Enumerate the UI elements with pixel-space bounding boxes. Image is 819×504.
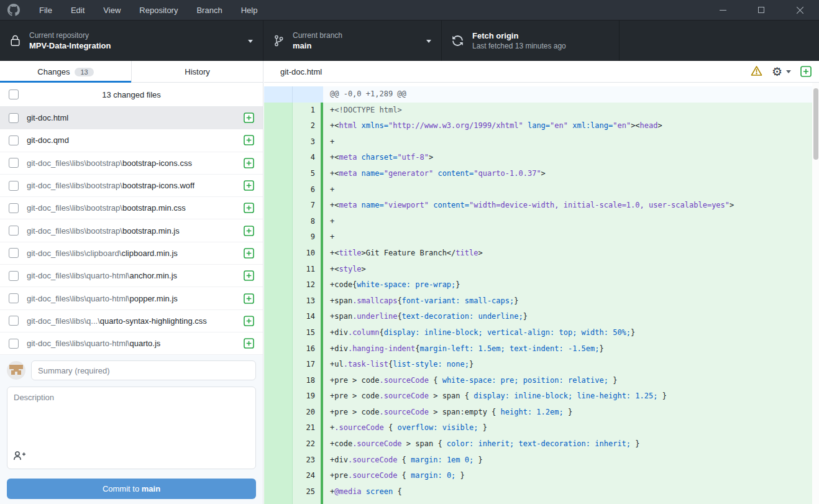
code-line: +<!DOCTYPE html> — [323, 103, 819, 119]
file-checkbox[interactable] — [9, 339, 19, 349]
select-all-checkbox[interactable] — [9, 89, 19, 99]
diff-line[interactable]: 21+.sourceCode { overflow: visible; } — [264, 420, 819, 436]
menu-item-help[interactable]: Help — [232, 0, 267, 20]
diff-line[interactable]: 5+<meta name="generator" content="quarto… — [264, 166, 819, 182]
diff-line[interactable]: 6+ — [264, 182, 819, 198]
file-row[interactable]: git-doc.html — [0, 107, 263, 129]
file-checkbox[interactable] — [9, 203, 19, 213]
file-name: git-doc.qmd — [27, 135, 69, 145]
file-row[interactable]: git-doc_files\libs\quarto-html\quarto.js — [0, 332, 263, 355]
menu-item-file[interactable]: File — [30, 0, 62, 20]
diff-line[interactable]: 24+pre.sourceCode { margin: 0; } — [264, 468, 819, 484]
maximize-icon — [758, 7, 764, 13]
line-number: 17 — [293, 357, 321, 373]
expand-diff-button[interactable] — [800, 66, 812, 77]
commit-button[interactable]: Commit to main — [7, 479, 256, 499]
file-row[interactable]: git-doc_files\libs\quarto-html\anchor.mi… — [0, 265, 263, 287]
old-line-gutter — [264, 293, 293, 309]
diff-line[interactable]: 4+<meta charset="utf-8"> — [264, 150, 819, 166]
diff-line[interactable]: 20+pre > code.sourceCode > span:empty { … — [264, 405, 819, 421]
old-line-gutter — [264, 198, 293, 214]
file-row[interactable]: git-doc_files\libs\bootstrap\bootstrap.m… — [0, 219, 263, 242]
file-added-icon — [244, 158, 254, 168]
diff-line[interactable]: 22+code.sourceCode > span { color: inher… — [264, 436, 819, 452]
tab-changes-label: Changes — [37, 67, 70, 76]
minimize-button[interactable] — [703, 0, 742, 20]
menu-item-view[interactable]: View — [94, 0, 130, 20]
description-input[interactable] — [7, 387, 256, 469]
line-number: 10 — [293, 245, 321, 262]
line-number: 13 — [293, 293, 321, 309]
file-checkbox[interactable] — [9, 113, 19, 123]
file-checkbox[interactable] — [9, 181, 19, 191]
diff-options-button[interactable]: ⚙ — [772, 66, 791, 78]
diff-line[interactable]: 8+ — [264, 214, 819, 230]
close-button[interactable] — [780, 0, 819, 20]
maximize-button[interactable] — [742, 0, 780, 20]
gear-icon: ⚙ — [772, 66, 782, 78]
tab-changes[interactable]: Changes 13 — [0, 61, 131, 83]
file-name: git-doc_files\libs\quarto-html\popper.mi… — [27, 294, 178, 303]
minimize-icon — [720, 10, 726, 11]
diff-line[interactable]: 19+pre > code.sourceCode > span { displa… — [264, 388, 819, 405]
person-add-icon[interactable] — [13, 450, 27, 464]
file-checkbox[interactable] — [9, 158, 19, 168]
old-line-gutter — [264, 229, 293, 245]
scrollbar-thumb[interactable] — [813, 88, 818, 160]
code-line: + — [323, 229, 819, 245]
file-row[interactable]: git-doc_files\libs\clipboard\clipboard.m… — [0, 242, 263, 265]
diff-hunk-row[interactable]: @@ -0,0 +1,289 @@ — [264, 86, 819, 103]
menu-item-repository[interactable]: Repository — [130, 0, 187, 20]
diff-line[interactable]: 2+<html xmlns="http://www.w3.org/1999/xh… — [264, 118, 819, 134]
file-row[interactable]: git-doc_files\libs\bootstrap\bootstrap.m… — [0, 197, 263, 219]
diff-line[interactable]: 7+<meta name="viewport" content="width=d… — [264, 198, 819, 214]
code-line: + — [323, 134, 819, 150]
current-branch-label: Current branch — [293, 30, 342, 40]
diff-line[interactable]: 12+code{white-space: pre-wrap;} — [264, 277, 819, 293]
code-line: +<html xmlns="http://www.w3.org/1999/xht… — [323, 118, 819, 134]
file-name: git-doc_files\libs\quarto-html\quarto.js — [27, 339, 160, 348]
diff-line[interactable]: 18+pre > code.sourceCode { white-space: … — [264, 373, 819, 389]
menu-bar: FileEditViewRepositoryBranchHelp — [30, 0, 267, 20]
file-row[interactable]: git-doc.qmd — [0, 129, 263, 152]
current-branch-button[interactable]: Current branch main — [263, 21, 442, 61]
old-line-gutter — [264, 468, 293, 484]
current-repository-button[interactable]: Current repository MPV-Data-Integration — [0, 21, 263, 61]
diff-line[interactable]: 15+div.column{display: inline-block; ver… — [264, 325, 819, 341]
diff-line[interactable]: 25+@media screen { — [264, 484, 819, 500]
sync-icon — [452, 35, 464, 47]
diff-line[interactable]: 17+ul.task-list{list-style: none;} — [264, 357, 819, 373]
diff-line[interactable]: 1+<!DOCTYPE html> — [264, 103, 819, 119]
diff-line[interactable]: 9+ — [264, 229, 819, 245]
diff-line[interactable]: 13+span.smallcaps{font-variant: small-ca… — [264, 293, 819, 309]
file-name: git-doc.html — [27, 113, 68, 122]
file-checkbox[interactable] — [9, 226, 19, 236]
diff-line[interactable]: 23+div.sourceCode { margin: 1em 0; } — [264, 452, 819, 469]
diff-line[interactable]: 14+span.underline{text-decoration: under… — [264, 309, 819, 325]
file-row[interactable]: git-doc_files\libs\quarto-html\popper.mi… — [0, 287, 263, 309]
diff-line[interactable]: 11+<style> — [264, 262, 819, 278]
file-row[interactable]: git-doc_files\libs\bootstrap\bootstrap-i… — [0, 152, 263, 175]
menu-item-branch[interactable]: Branch — [187, 0, 231, 20]
line-number: 7 — [293, 198, 321, 214]
file-checkbox[interactable] — [9, 316, 19, 326]
file-checkbox[interactable] — [9, 248, 19, 258]
file-row[interactable]: git-doc_files\libs\bootstrap\bootstrap-i… — [0, 175, 263, 197]
summary-input[interactable] — [31, 360, 256, 380]
file-row[interactable]: git-doc_files\libs\q...\quarto-syntax-hi… — [0, 310, 263, 332]
file-added-icon — [244, 338, 254, 349]
fetch-origin-button[interactable]: Fetch origin Last fetched 13 minutes ago — [442, 21, 620, 61]
diff-rows: @@ -0,0 +1,289 @@1+<!DOCTYPE html>2+<htm… — [264, 86, 819, 500]
sidebar: Changes 13 History 13 changed files git-… — [0, 61, 263, 504]
line-number: 2 — [293, 118, 321, 134]
file-checkbox[interactable] — [9, 293, 19, 303]
file-checkbox[interactable] — [9, 135, 19, 145]
menu-item-edit[interactable]: Edit — [62, 0, 94, 20]
tab-history[interactable]: History — [131, 61, 263, 83]
diff-line[interactable]: 3+ — [264, 134, 819, 150]
diff-line[interactable]: 16+div.hanging-indent{margin-left: 1.5em… — [264, 341, 819, 357]
old-line-gutter — [264, 420, 293, 436]
file-checkbox[interactable] — [9, 271, 19, 281]
diff-line[interactable]: 10+<title>Git Feature Branch</title> — [264, 245, 819, 262]
line-number: 24 — [293, 468, 321, 484]
